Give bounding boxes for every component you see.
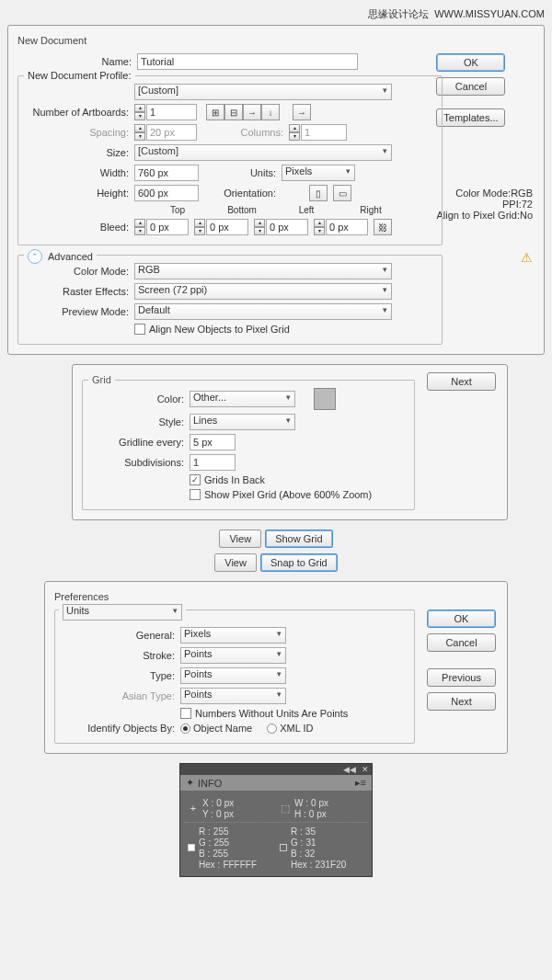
- grid-style-label: Style:: [88, 416, 190, 427]
- info-tab[interactable]: ✦INFO▸≡: [180, 775, 372, 791]
- stroke-label: Stroke:: [61, 650, 180, 661]
- xmlid-radio[interactable]: [267, 724, 277, 734]
- units-select[interactable]: Pixels: [282, 165, 355, 181]
- general-select[interactable]: Pixels: [180, 627, 286, 644]
- view-menu-button-2[interactable]: View: [214, 553, 257, 572]
- bleed-bottom-spinner[interactable]: ▴▾: [194, 219, 248, 235]
- doc-meta: Color Mode:RGBPPI:72Align to Pixel Grid:…: [436, 188, 533, 221]
- advanced-fieldset: ⌃Advanced Color Mode:RGB Raster Effects:…: [17, 255, 443, 345]
- position-icon: +: [188, 803, 199, 814]
- size-select[interactable]: [Custom]: [134, 144, 392, 161]
- grid-fieldset: Grid Color:Other... Style:Lines Gridline…: [82, 380, 415, 510]
- cancel-button[interactable]: Cancel: [436, 77, 505, 96]
- units-label: Units:: [199, 167, 282, 178]
- bleed-top-spinner[interactable]: ▴▾: [134, 219, 189, 235]
- general-label: General:: [61, 630, 180, 641]
- preview-label: Preview Mode:: [24, 306, 134, 317]
- size-label: Size:: [24, 147, 134, 158]
- collapse-icon[interactable]: ⌃: [28, 249, 42, 264]
- columns-label: Columns:: [197, 127, 289, 138]
- subdiv-label: Subdivisions:: [88, 457, 190, 468]
- name-label: Name:: [17, 56, 137, 67]
- view-menu-button[interactable]: View: [219, 530, 261, 548]
- align-checkbox[interactable]: [134, 324, 145, 335]
- pref-title: Preferences: [54, 591, 415, 602]
- colormode-label: Color Mode:: [24, 266, 134, 277]
- bleed-right-spinner[interactable]: ▴▾: [314, 219, 368, 235]
- bleed-label: Bleed:: [24, 222, 134, 233]
- collapse-icon[interactable]: ◀◀: [343, 765, 356, 774]
- snaptogrid-button[interactable]: Snap to Grid: [260, 553, 338, 572]
- orientation-portrait-icon[interactable]: ▯: [309, 185, 328, 201]
- bleed-left-spinner[interactable]: ▴▾: [254, 219, 308, 235]
- ok-button[interactable]: OK: [436, 53, 505, 72]
- identify-label: Identify Objects By:: [61, 723, 180, 734]
- asian-label: Asian Type:: [61, 690, 180, 701]
- templates-button[interactable]: Templates...: [436, 108, 505, 127]
- showgrid-button[interactable]: Show Grid: [265, 530, 332, 548]
- width-input[interactable]: [134, 165, 199, 181]
- new-document-dialog: New Document OK Cancel Templates... Colo…: [7, 25, 545, 355]
- gridline-label: Gridline every:: [88, 437, 190, 448]
- stroke-select[interactable]: Points: [180, 647, 286, 664]
- color-swatch[interactable]: [314, 388, 336, 410]
- spacing-label: Spacing:: [24, 127, 134, 138]
- pref-cancel-button[interactable]: Cancel: [427, 633, 496, 652]
- pref-next-button[interactable]: Next: [427, 692, 496, 711]
- raster-label: Raster Effects:: [24, 286, 134, 297]
- nounits-label: Numbers Without Units Are Points: [195, 708, 348, 719]
- grid-icon-1[interactable]: ⊞: [206, 104, 224, 120]
- grid-icon-2[interactable]: ⊟: [224, 104, 243, 120]
- type-select[interactable]: Points: [180, 667, 286, 684]
- grid-color-label: Color:: [88, 393, 190, 405]
- gridsback-label: Grids In Back: [204, 474, 265, 485]
- grid-color-select[interactable]: Other...: [190, 391, 295, 407]
- menu-row-2: View Snap to Grid: [7, 553, 545, 572]
- pref-ok-button[interactable]: OK: [427, 610, 496, 628]
- columns-spinner: ▴▾: [289, 124, 347, 141]
- objname-radio[interactable]: [180, 724, 190, 734]
- link-bleed-icon[interactable]: ⛓: [374, 219, 392, 235]
- name-input[interactable]: [137, 53, 358, 70]
- gridline-input[interactable]: [190, 434, 236, 450]
- subdiv-input[interactable]: [190, 454, 236, 471]
- artboards-label: Number of Artboards:: [24, 107, 134, 118]
- size-icon: ⬚: [280, 803, 291, 815]
- width-label: Width:: [24, 167, 134, 178]
- menu-row-1: View Show Grid: [7, 530, 545, 548]
- fill-swatch-icon: [188, 844, 195, 851]
- units-category-select[interactable]: Units: [63, 604, 182, 621]
- orientation-label: Orientation:: [199, 188, 282, 199]
- watermark: 思缘设计论坛WWW.MISSYUAN.COM: [7, 7, 545, 21]
- profile-select[interactable]: [Custom]: [134, 84, 392, 100]
- info-panel: ◀◀ ✕ ✦INFO▸≡ +X : 0 pxY : 0 px ⬚W : 0 px…: [179, 763, 373, 877]
- stroke-swatch-icon: [280, 844, 287, 851]
- artboards-spinner[interactable]: ▴▾: [134, 104, 197, 120]
- asian-select: Points: [180, 688, 286, 704]
- type-label: Type:: [61, 670, 180, 681]
- dialog-title: New Document: [17, 35, 443, 46]
- colormode-select[interactable]: RGB: [134, 263, 392, 279]
- orientation-landscape-icon[interactable]: ▭: [333, 185, 351, 201]
- showpixel-label: Show Pixel Grid (Above 600% Zoom): [204, 489, 372, 500]
- next-button[interactable]: Next: [427, 372, 496, 391]
- units-fieldset: Units General:Pixels Stroke:Points Type:…: [54, 610, 415, 744]
- grid-dialog: Next Grid Color:Other... Style:Lines Gri…: [72, 364, 508, 520]
- preview-select[interactable]: Default: [134, 303, 392, 320]
- grid-icon-3[interactable]: →: [243, 104, 261, 120]
- grid-icon-4[interactable]: ↓: [261, 104, 280, 120]
- align-label: Align New Objects to Pixel Grid: [149, 324, 290, 335]
- raster-select[interactable]: Screen (72 ppi): [134, 283, 392, 300]
- height-input[interactable]: [134, 185, 199, 201]
- arrow-icon[interactable]: →: [293, 104, 311, 120]
- showpixel-checkbox[interactable]: [190, 489, 201, 500]
- grid-style-select[interactable]: Lines: [190, 414, 295, 430]
- info-header: ◀◀ ✕: [180, 764, 372, 775]
- nounits-checkbox[interactable]: [180, 708, 191, 719]
- close-icon[interactable]: ✕: [362, 765, 369, 774]
- warning-icon: ⚠: [436, 250, 533, 265]
- gridsback-checkbox[interactable]: ✓: [190, 474, 201, 485]
- profile-fieldset: New Document Profile: [Custom] Number of…: [17, 75, 443, 245]
- pref-previous-button[interactable]: Previous: [427, 668, 496, 687]
- height-label: Height:: [24, 188, 134, 199]
